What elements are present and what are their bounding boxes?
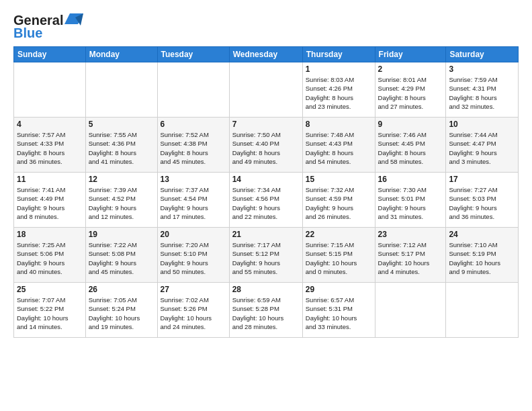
- calendar-cell: 24Sunrise: 7:10 AM Sunset: 5:19 PM Dayli…: [446, 228, 519, 283]
- day-number: 19: [89, 230, 154, 239]
- weekday-header-saturday: Saturday: [446, 47, 519, 62]
- calendar-table: SundayMondayTuesdayWednesdayThursdayFrid…: [13, 46, 519, 338]
- page: General Blue SundayMondayTuesdayWednesda…: [0, 0, 532, 411]
- header: General Blue: [13, 11, 519, 41]
- calendar-cell: 25Sunrise: 7:07 AM Sunset: 5:22 PM Dayli…: [14, 283, 86, 338]
- day-number: 3: [449, 64, 515, 74]
- day-info: Sunrise: 7:37 AM Sunset: 4:54 PM Dayligh…: [161, 185, 226, 221]
- day-number: 7: [232, 120, 300, 129]
- day-info: Sunrise: 7:59 AM Sunset: 4:31 PM Dayligh…: [449, 75, 515, 111]
- calendar-cell: 4Sunrise: 7:57 AM Sunset: 4:33 PM Daylig…: [14, 118, 86, 173]
- day-info: Sunrise: 7:07 AM Sunset: 5:22 PM Dayligh…: [17, 295, 83, 331]
- day-number: 2: [378, 64, 443, 74]
- calendar-header-row: SundayMondayTuesdayWednesdayThursdayFrid…: [14, 47, 519, 62]
- day-info: Sunrise: 7:46 AM Sunset: 4:45 PM Dayligh…: [378, 130, 443, 166]
- calendar-week-2: 4Sunrise: 7:57 AM Sunset: 4:33 PM Daylig…: [14, 118, 519, 173]
- day-number: 12: [89, 175, 154, 184]
- day-number: 29: [306, 285, 372, 294]
- calendar-cell: [229, 62, 302, 118]
- day-info: Sunrise: 7:52 AM Sunset: 4:38 PM Dayligh…: [161, 130, 226, 166]
- calendar-cell: 28Sunrise: 6:59 AM Sunset: 5:28 PM Dayli…: [229, 283, 302, 338]
- day-info: Sunrise: 6:57 AM Sunset: 5:31 PM Dayligh…: [306, 295, 372, 331]
- calendar-cell: 26Sunrise: 7:05 AM Sunset: 5:24 PM Dayli…: [85, 283, 157, 338]
- calendar-cell: 6Sunrise: 7:52 AM Sunset: 4:38 PM Daylig…: [157, 118, 229, 173]
- calendar-cell: 12Sunrise: 7:39 AM Sunset: 4:52 PM Dayli…: [85, 173, 157, 228]
- day-info: Sunrise: 7:05 AM Sunset: 5:24 PM Dayligh…: [89, 295, 154, 331]
- calendar-cell: 13Sunrise: 7:37 AM Sunset: 4:54 PM Dayli…: [157, 173, 229, 228]
- calendar-week-3: 11Sunrise: 7:41 AM Sunset: 4:49 PM Dayli…: [14, 173, 519, 228]
- day-info: Sunrise: 7:34 AM Sunset: 4:56 PM Dayligh…: [232, 185, 300, 221]
- day-number: 11: [17, 175, 83, 184]
- calendar-cell: 7Sunrise: 7:50 AM Sunset: 4:40 PM Daylig…: [229, 118, 302, 173]
- day-number: 23: [378, 230, 443, 239]
- day-info: Sunrise: 8:03 AM Sunset: 4:26 PM Dayligh…: [306, 75, 372, 111]
- calendar-cell: 16Sunrise: 7:30 AM Sunset: 5:01 PM Dayli…: [375, 173, 446, 228]
- logo: General Blue: [13, 11, 85, 41]
- calendar-cell: 10Sunrise: 7:44 AM Sunset: 4:47 PM Dayli…: [446, 118, 519, 173]
- weekday-header-wednesday: Wednesday: [229, 47, 302, 62]
- weekday-header-tuesday: Tuesday: [157, 47, 229, 62]
- weekday-header-sunday: Sunday: [14, 47, 86, 62]
- day-number: 5: [89, 120, 154, 129]
- calendar-cell: 2Sunrise: 8:01 AM Sunset: 4:29 PM Daylig…: [375, 62, 446, 118]
- day-number: 24: [449, 230, 515, 239]
- day-number: 13: [161, 175, 226, 184]
- day-number: 8: [306, 120, 372, 129]
- day-number: 14: [232, 175, 300, 184]
- calendar-cell: [446, 283, 519, 338]
- day-info: Sunrise: 8:01 AM Sunset: 4:29 PM Dayligh…: [378, 75, 443, 111]
- calendar-cell: 18Sunrise: 7:25 AM Sunset: 5:06 PM Dayli…: [14, 228, 86, 283]
- day-info: Sunrise: 7:22 AM Sunset: 5:08 PM Dayligh…: [89, 240, 154, 276]
- day-info: Sunrise: 7:25 AM Sunset: 5:06 PM Dayligh…: [17, 240, 83, 276]
- calendar-cell: [14, 62, 86, 118]
- weekday-header-thursday: Thursday: [302, 47, 375, 62]
- calendar-cell: [157, 62, 229, 118]
- day-info: Sunrise: 7:44 AM Sunset: 4:47 PM Dayligh…: [449, 130, 515, 166]
- calendar-cell: 9Sunrise: 7:46 AM Sunset: 4:45 PM Daylig…: [375, 118, 446, 173]
- calendar-cell: 1Sunrise: 8:03 AM Sunset: 4:26 PM Daylig…: [302, 62, 375, 118]
- calendar-cell: [375, 283, 446, 338]
- day-number: 10: [449, 120, 515, 129]
- day-info: Sunrise: 7:41 AM Sunset: 4:49 PM Dayligh…: [17, 185, 83, 221]
- calendar-cell: 21Sunrise: 7:17 AM Sunset: 5:12 PM Dayli…: [229, 228, 302, 283]
- calendar-week-5: 25Sunrise: 7:07 AM Sunset: 5:22 PM Dayli…: [14, 283, 519, 338]
- calendar-cell: 3Sunrise: 7:59 AM Sunset: 4:31 PM Daylig…: [446, 62, 519, 118]
- day-number: 26: [89, 285, 154, 294]
- day-info: Sunrise: 7:48 AM Sunset: 4:43 PM Dayligh…: [306, 130, 372, 166]
- day-number: 9: [378, 120, 443, 129]
- calendar-cell: 22Sunrise: 7:15 AM Sunset: 5:15 PM Dayli…: [302, 228, 375, 283]
- calendar-cell: 19Sunrise: 7:22 AM Sunset: 5:08 PM Dayli…: [85, 228, 157, 283]
- day-info: Sunrise: 7:15 AM Sunset: 5:15 PM Dayligh…: [306, 240, 372, 276]
- day-number: 18: [17, 230, 83, 239]
- day-info: Sunrise: 7:39 AM Sunset: 4:52 PM Dayligh…: [89, 185, 154, 221]
- day-number: 22: [306, 230, 372, 239]
- weekday-header-monday: Monday: [85, 47, 157, 62]
- calendar-cell: 15Sunrise: 7:32 AM Sunset: 4:59 PM Dayli…: [302, 173, 375, 228]
- day-info: Sunrise: 7:55 AM Sunset: 4:36 PM Dayligh…: [89, 130, 154, 166]
- day-number: 21: [232, 230, 300, 239]
- day-info: Sunrise: 7:32 AM Sunset: 4:59 PM Dayligh…: [306, 185, 372, 221]
- calendar-cell: 29Sunrise: 6:57 AM Sunset: 5:31 PM Dayli…: [302, 283, 375, 338]
- day-info: Sunrise: 6:59 AM Sunset: 5:28 PM Dayligh…: [232, 295, 300, 331]
- day-info: Sunrise: 7:57 AM Sunset: 4:33 PM Dayligh…: [17, 130, 83, 166]
- calendar-week-1: 1Sunrise: 8:03 AM Sunset: 4:26 PM Daylig…: [14, 62, 519, 118]
- day-info: Sunrise: 7:50 AM Sunset: 4:40 PM Dayligh…: [232, 130, 300, 166]
- day-info: Sunrise: 7:10 AM Sunset: 5:19 PM Dayligh…: [449, 240, 515, 276]
- day-info: Sunrise: 7:20 AM Sunset: 5:10 PM Dayligh…: [161, 240, 226, 276]
- day-info: Sunrise: 7:17 AM Sunset: 5:12 PM Dayligh…: [232, 240, 300, 276]
- weekday-header-friday: Friday: [375, 47, 446, 62]
- day-number: 4: [17, 120, 83, 129]
- day-number: 16: [378, 175, 443, 184]
- calendar-cell: 23Sunrise: 7:12 AM Sunset: 5:17 PM Dayli…: [375, 228, 446, 283]
- day-info: Sunrise: 7:02 AM Sunset: 5:26 PM Dayligh…: [161, 295, 226, 331]
- day-number: 6: [161, 120, 226, 129]
- day-info: Sunrise: 7:27 AM Sunset: 5:03 PM Dayligh…: [449, 185, 515, 221]
- calendar-cell: 11Sunrise: 7:41 AM Sunset: 4:49 PM Dayli…: [14, 173, 86, 228]
- logo-icon: [63, 11, 85, 30]
- calendar-cell: 17Sunrise: 7:27 AM Sunset: 5:03 PM Dayli…: [446, 173, 519, 228]
- day-number: 15: [306, 175, 372, 184]
- calendar-cell: 27Sunrise: 7:02 AM Sunset: 5:26 PM Dayli…: [157, 283, 229, 338]
- calendar-week-4: 18Sunrise: 7:25 AM Sunset: 5:06 PM Dayli…: [14, 228, 519, 283]
- day-number: 25: [17, 285, 83, 294]
- day-number: 17: [449, 175, 515, 184]
